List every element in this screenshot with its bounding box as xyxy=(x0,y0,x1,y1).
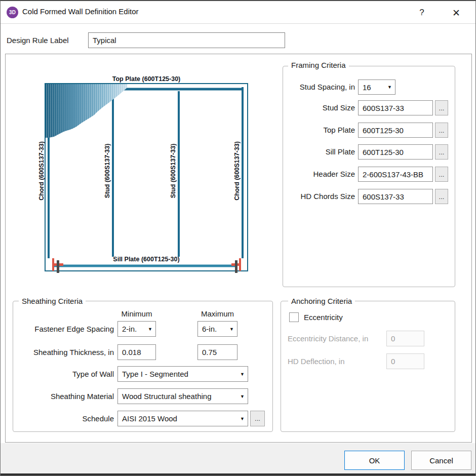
sheathing-material-select[interactable]: Wood Structural sheathing ▼ xyxy=(117,388,248,404)
top-plate-browse-button[interactable]: ... xyxy=(435,123,448,138)
bottom-edge-strip xyxy=(1,473,476,476)
hd-deflection-input[interactable]: 0 xyxy=(386,353,424,369)
chevron-down-icon: ▼ xyxy=(229,326,234,331)
hd-chords-size-label: HD Chords Size xyxy=(281,192,355,201)
title-bar: 3D Cold Formed Wall Definition Editor ? … xyxy=(1,1,475,24)
stud2-label: Stud (600S137-33) xyxy=(170,121,177,222)
sheathing-material-value: Wood Structural sheathing xyxy=(122,392,212,401)
sill-plate-input[interactable]: 600T125-30 xyxy=(358,144,433,160)
stud-size-label: Stud Size xyxy=(281,103,355,112)
stud-spacing-select[interactable]: 16 ▼ xyxy=(358,80,395,95)
ok-button[interactable]: OK xyxy=(344,451,405,470)
eccentricity-distance-input[interactable]: 0 xyxy=(386,331,424,346)
header-size-label: Header Size xyxy=(281,170,355,178)
stud-size-input[interactable]: 600S137-33 xyxy=(358,100,433,115)
eccentricity-label: Eccentricity xyxy=(304,313,343,322)
fastener-max-select[interactable]: 6-in. ▼ xyxy=(197,321,237,337)
chevron-down-icon: ▼ xyxy=(240,416,245,421)
stud-size-browse-button[interactable]: ... xyxy=(435,100,448,115)
sheathing-thickness-label: Sheathing Thickness, in xyxy=(16,348,114,356)
window-title: Cold Formed Wall Definition Editor xyxy=(22,7,139,16)
type-of-wall-select[interactable]: Type I - Segmented ▼ xyxy=(117,366,248,382)
fastener-max-value: 6-in. xyxy=(202,325,217,333)
fastener-min-value: 2-in. xyxy=(122,325,137,333)
sheathing-criteria-title: Sheathing Criteria xyxy=(19,297,86,305)
maximum-column-header: Maximum xyxy=(197,309,237,318)
top-plate-input[interactable]: 600T125-30 xyxy=(358,123,433,138)
footer-bar xyxy=(1,443,476,473)
header-size-browse-button[interactable]: ... xyxy=(435,167,448,182)
sill-plate-label: Sill Plate (600T125-30) xyxy=(45,256,248,263)
top-plate-label: Top Plate (600T125-30) xyxy=(45,75,248,83)
hd-chords-input[interactable]: 600S137-33 xyxy=(358,189,433,204)
anchoring-criteria-title: Anchoring Criteria xyxy=(288,297,355,305)
design-rule-input[interactable]: Typical xyxy=(88,32,285,48)
header-size-input[interactable]: 2-600S137-43-BB xyxy=(358,167,433,182)
chord-right-label: Chord (600S137-33) xyxy=(233,121,241,222)
stud-spacing-value: 16 xyxy=(363,83,371,92)
sill-plate-browse-button[interactable]: ... xyxy=(435,144,448,160)
type-of-wall-label: Type of Wall xyxy=(16,370,114,378)
stud-spacing-label: Stud Spacing, in xyxy=(281,83,355,91)
thickness-max-input[interactable]: 0.75 xyxy=(197,344,237,360)
eccentricity-checkbox[interactable] xyxy=(289,312,299,322)
dialog-window: 3D Cold Formed Wall Definition Editor ? … xyxy=(0,0,476,476)
close-button[interactable]: ✕ xyxy=(448,5,465,20)
type-of-wall-value: Type I - Segmented xyxy=(122,370,188,378)
design-rule-label: Design Rule Label xyxy=(7,36,69,45)
schedule-value: AISI 2015 Wood xyxy=(122,414,177,423)
framing-criteria-title: Framing Criteria xyxy=(288,61,349,69)
shear-diagram-shape xyxy=(46,84,127,138)
hd-deflection-label: HD Deflection, in xyxy=(288,357,345,366)
help-button[interactable]: ? xyxy=(413,5,430,20)
eccentricity-distance-label: Eccentricity Distance, in xyxy=(288,334,368,343)
sill-plate-size-label: Sill Plate xyxy=(281,147,355,156)
chevron-down-icon: ▼ xyxy=(148,326,152,331)
stud1-label: Stud (600S137-33) xyxy=(104,121,111,222)
chevron-down-icon: ▼ xyxy=(387,85,392,90)
wall-diagram xyxy=(41,72,254,274)
schedule-browse-button[interactable]: ... xyxy=(250,411,265,426)
chord-left-label: Chord (600S137-33) xyxy=(38,121,46,222)
fastener-min-select[interactable]: 2-in. ▼ xyxy=(117,321,156,337)
schedule-label: Schedule xyxy=(16,414,114,423)
chevron-down-icon: ▼ xyxy=(240,393,245,399)
top-plate-size-label: Top Plate xyxy=(281,126,355,134)
app-icon: 3D xyxy=(7,7,18,18)
hd-chords-browse-button[interactable]: ... xyxy=(435,189,448,204)
cancel-button[interactable]: Cancel xyxy=(411,451,471,470)
chevron-down-icon: ▼ xyxy=(240,371,245,376)
thickness-min-input[interactable]: 0.018 xyxy=(117,344,156,360)
sheathing-material-label: Sheathing Material xyxy=(16,392,114,401)
minimum-column-header: Minimum xyxy=(117,309,156,318)
schedule-select[interactable]: AISI 2015 Wood ▼ xyxy=(117,411,248,426)
fastener-edge-spacing-label: Fastener Edge Spacing xyxy=(16,325,114,333)
